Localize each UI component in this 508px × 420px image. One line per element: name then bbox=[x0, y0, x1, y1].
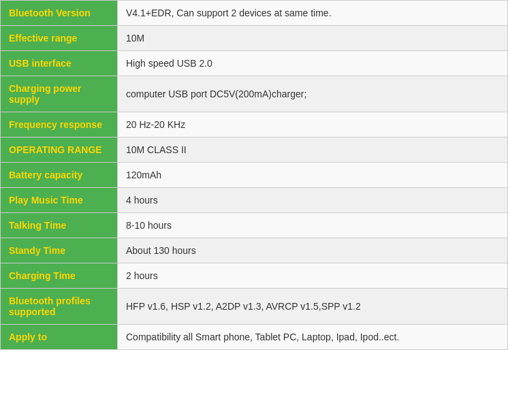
table-row: Bluetooth VersionV4.1+EDR, Can support 2… bbox=[1, 1, 508, 26]
spec-label: USB interface bbox=[1, 51, 118, 76]
spec-label: Talking Time bbox=[1, 213, 118, 238]
spec-value: 10M CLASS II bbox=[118, 138, 508, 163]
spec-value: 2 hours bbox=[118, 263, 508, 289]
spec-value: About 130 hours bbox=[118, 238, 508, 263]
table-row: OPERATING RANGE10M CLASS II bbox=[1, 138, 508, 163]
table-row: USB interfaceHigh speed USB 2.0 bbox=[1, 51, 508, 76]
spec-label: Play Music Time bbox=[1, 188, 118, 213]
spec-label: OPERATING RANGE bbox=[1, 138, 118, 163]
table-row: Apply toCompatibility all Smart phone, T… bbox=[1, 325, 508, 350]
spec-label: Frequency response bbox=[1, 112, 118, 138]
table-row: Play Music Time4 hours bbox=[1, 188, 508, 213]
spec-value: computer USB port DC5V(200mA)charger; bbox=[118, 76, 508, 112]
table-row: Standy TimeAbout 130 hours bbox=[1, 238, 508, 263]
spec-label: Charging power supply bbox=[1, 76, 118, 112]
spec-label: Bluetooth Version bbox=[1, 1, 118, 26]
table-row: Frequency response20 Hz-20 KHz bbox=[1, 112, 508, 138]
table-row: Charging power supplycomputer USB port D… bbox=[1, 76, 508, 112]
spec-label: Effective range bbox=[1, 26, 118, 51]
spec-label: Standy Time bbox=[1, 238, 118, 263]
table-row: Effective range10M bbox=[1, 26, 508, 51]
spec-value: 120mAh bbox=[118, 163, 508, 188]
spec-value: 10M bbox=[118, 26, 508, 51]
spec-value: 4 hours bbox=[118, 188, 508, 213]
table-row: Battery capacity120mAh bbox=[1, 163, 508, 188]
spec-value: V4.1+EDR, Can support 2 devices at same … bbox=[118, 1, 508, 26]
spec-value: HFP v1.6, HSP v1.2, A2DP v1.3, AVRCP v1.… bbox=[118, 289, 508, 325]
spec-value: Compatibility all Smart phone, Tablet PC… bbox=[118, 325, 508, 350]
table-row: Charging Time2 hours bbox=[1, 263, 508, 289]
spec-value: 20 Hz-20 KHz bbox=[118, 112, 508, 138]
spec-value: 8-10 hours bbox=[118, 213, 508, 238]
table-row: Talking Time8-10 hours bbox=[1, 213, 508, 238]
spec-table: Bluetooth VersionV4.1+EDR, Can support 2… bbox=[0, 0, 508, 350]
table-row: Bluetooth profiles supportedHFP v1.6, HS… bbox=[1, 289, 508, 325]
spec-label: Apply to bbox=[1, 325, 118, 350]
spec-label: Battery capacity bbox=[1, 163, 118, 188]
spec-label: Charging Time bbox=[1, 263, 118, 289]
spec-label: Bluetooth profiles supported bbox=[1, 289, 118, 325]
spec-value: High speed USB 2.0 bbox=[118, 51, 508, 76]
